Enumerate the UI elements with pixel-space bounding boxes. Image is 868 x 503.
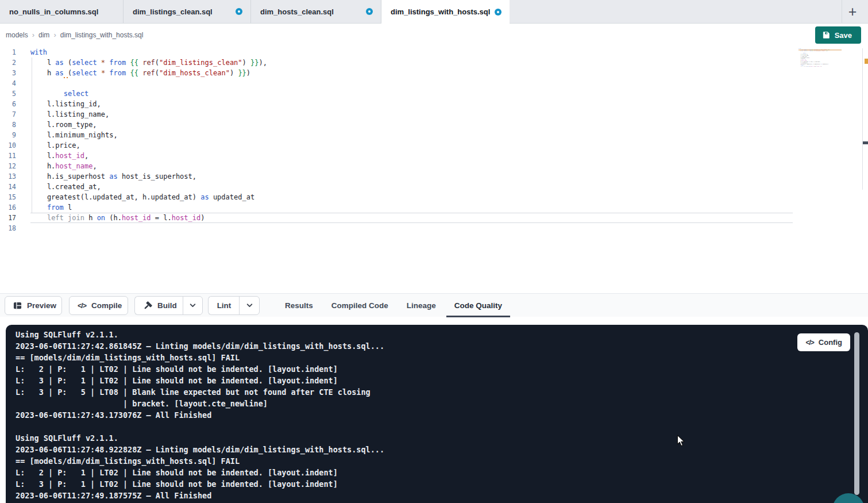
code-line-text[interactable]: l.minimum_nights, — [30, 130, 793, 140]
code-line[interactable]: 6 l.listing_id, — [0, 99, 868, 109]
line-number[interactable]: 17 — [0, 213, 16, 223]
output-toolbar: Preview </> Compile Build Lint Results — [0, 293, 868, 317]
line-number[interactable]: 16 — [0, 202, 16, 213]
line-number[interactable]: 12 — [0, 161, 16, 171]
code-line-text[interactable]: h.is_superhost as host_is_superhost, — [30, 171, 793, 182]
code-editor[interactable]: 1with2 l as (select * from {{ ref("dim_l… — [0, 47, 868, 293]
terminal-scrollbar[interactable] — [854, 332, 859, 495]
config-button[interactable]: </> Config — [797, 333, 850, 351]
line-number[interactable]: 11 — [0, 151, 16, 161]
code-line[interactable]: 7 l.listing_name, — [0, 109, 868, 120]
code-line-text[interactable]: select — [30, 89, 793, 99]
code-line-text[interactable]: l.listing_name, — [30, 109, 793, 120]
line-number[interactable]: 4 — [0, 78, 16, 89]
code-line[interactable]: 11 l.host_id, — [0, 151, 868, 161]
panel-tab-results[interactable]: Results — [277, 294, 321, 317]
overview-ruler — [862, 48, 863, 190]
dbt-ide-window: no_nulls_in_columns.sqldim_listings_clea… — [0, 0, 868, 503]
indent-guide — [32, 57, 32, 213]
code-line-text[interactable] — [30, 223, 793, 233]
code-line[interactable]: 9 l.minimum_nights, — [0, 130, 868, 140]
file-path-row: models›dim›dim_listings_with_hosts.sql S… — [0, 24, 868, 47]
code-line[interactable]: 15 greatest(l.updated_at, h.updated_at) … — [0, 192, 868, 202]
unsaved-changes-icon — [495, 9, 501, 16]
code-line-text[interactable]: greatest(l.updated_at, h.updated_at) as … — [30, 192, 793, 202]
line-number[interactable]: 5 — [0, 89, 16, 99]
code-line[interactable]: 3 h as (select * from {{ ref("dim_hosts_… — [0, 68, 868, 78]
line-number[interactable]: 18 — [0, 223, 16, 233]
line-number[interactable]: 14 — [0, 182, 16, 192]
code-line-text[interactable]: l.listing_id, — [30, 99, 793, 109]
code-line-text[interactable]: h.host_name, — [30, 161, 793, 171]
code-line-text[interactable]: l as (select * from {{ ref("dim_listings… — [30, 57, 793, 68]
line-number[interactable]: 1 — [0, 47, 16, 57]
code-line[interactable]: 14 l.created_at, — [0, 182, 868, 192]
code-line[interactable]: 4 — [0, 78, 868, 89]
line-number[interactable]: 2 — [0, 57, 16, 68]
code-line[interactable]: 1with — [0, 47, 868, 57]
file-tab-label: dim_hosts_clean.sql — [260, 7, 361, 16]
code-line[interactable]: 13 h.is_superhost as host_is_superhost, — [0, 171, 868, 182]
tabbar-divider — [842, 0, 842, 23]
scroll-position-marker[interactable] — [863, 141, 868, 144]
code-line[interactable]: 2 l as (select * from {{ ref("dim_listin… — [0, 57, 868, 68]
lint-options-dropdown[interactable] — [239, 296, 260, 315]
file-tab[interactable]: dim_listings_clean.sql — [124, 0, 251, 23]
line-number[interactable]: 10 — [0, 140, 16, 151]
breadcrumb-item: models — [6, 31, 28, 39]
build-options-dropdown[interactable] — [183, 296, 203, 315]
terminal-line: 2023-06-06T11:27:49.187575Z — All Finish… — [16, 490, 868, 501]
code-line[interactable]: 8 l.room_type, — [0, 120, 868, 130]
panel-tab-code-quality[interactable]: Code Quality — [446, 294, 510, 317]
code-line[interactable]: 18 — [0, 223, 868, 233]
chevron-down-icon — [246, 302, 253, 309]
breadcrumb-separator: › — [53, 30, 56, 39]
code-line[interactable]: 16 from l — [0, 202, 868, 213]
unsaved-changes-icon — [366, 8, 373, 15]
line-number[interactable]: 13 — [0, 171, 16, 182]
code-line-text[interactable]: l.room_type, — [30, 120, 793, 130]
line-number[interactable]: 7 — [0, 109, 16, 120]
line-number[interactable]: 3 — [0, 68, 16, 78]
save-icon — [822, 31, 830, 39]
preview-button[interactable]: Preview — [5, 296, 62, 315]
open-file-tabs: no_nulls_in_columns.sqldim_listings_clea… — [0, 0, 510, 23]
panel-tab-lineage[interactable]: Lineage — [399, 294, 444, 317]
file-tab[interactable]: dim_hosts_clean.sql — [251, 0, 381, 23]
code-line-text[interactable]: l.price, — [30, 140, 793, 151]
line-number[interactable]: 15 — [0, 192, 16, 202]
build-button[interactable]: Build — [134, 296, 183, 315]
code-line[interactable]: 5 select — [0, 89, 868, 99]
save-button[interactable]: Save — [815, 26, 861, 44]
compile-button-label: Compile — [91, 301, 122, 310]
line-number[interactable]: 8 — [0, 120, 16, 130]
terminal-line: == [models/dim/dim_listings_with_hosts.s… — [16, 352, 868, 363]
code-line-text[interactable]: left join h on (h.host_id = l.host_id) — [30, 213, 793, 223]
terminal-line: Using SQLFluff v2.1.1. — [16, 432, 868, 444]
file-tab[interactable]: dim_listings_with_hosts.sql — [381, 0, 510, 24]
compile-button[interactable]: </> Compile — [69, 296, 128, 315]
code-line-text[interactable]: from l — [30, 202, 793, 213]
code-line[interactable]: 17 left join h on (h.host_id = l.host_id… — [0, 213, 868, 223]
code-line[interactable]: 10 l.price, — [0, 140, 868, 151]
table-icon — [13, 301, 22, 310]
code-line-text[interactable] — [30, 78, 793, 89]
code-line-text[interactable]: l.created_at, — [30, 182, 793, 192]
panel-tab-compiled-code[interactable]: Compiled Code — [323, 294, 396, 317]
terminal-line: L: 2 | P: 1 | LT02 | Line should not be … — [16, 363, 868, 375]
terminal-line — [16, 421, 868, 432]
line-number[interactable]: 6 — [0, 99, 16, 109]
editor-minimap[interactable]: with l as (select * from {{ ref("dim_lis… — [798, 48, 842, 71]
code-line-text[interactable]: h as (select * from {{ ref("dim_hosts_cl… — [30, 68, 793, 78]
terminal-line: 2023-06-06T11:27:43.173076Z — All Finish… — [16, 409, 868, 421]
line-number[interactable]: 9 — [0, 130, 16, 140]
code-line-text[interactable]: l.host_id, — [30, 151, 793, 161]
new-tab-button[interactable]: + — [843, 2, 862, 21]
terminal-line: L: 3 | P: 1 | LT02 | Line should not be … — [16, 478, 868, 490]
code-line-text[interactable]: with — [30, 47, 793, 57]
lint-button[interactable]: Lint — [208, 296, 240, 315]
file-tab[interactable]: no_nulls_in_columns.sql — [0, 0, 124, 23]
unsaved-changes-icon — [236, 8, 242, 15]
code-line[interactable]: 12 h.host_name, — [0, 161, 868, 171]
lint-split-divider — [239, 297, 240, 314]
